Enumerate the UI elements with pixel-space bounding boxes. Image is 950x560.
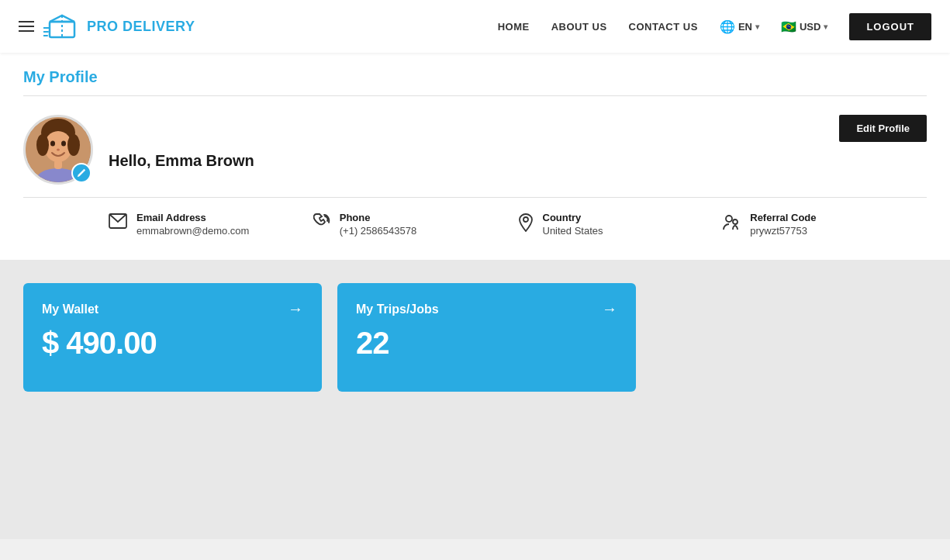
svg-rect-15 [54,160,62,169]
phone-info: Phone (+1) 2586543578 [340,212,416,237]
logo[interactable]: PRO DELIVERY [43,12,195,40]
trips-arrow-icon: → [602,300,617,318]
wallet-card-header: My Wallet → [42,300,303,318]
lang-flag: 🌐 [720,19,735,34]
profile-info-row: Email Address emmabrown@demo.com Phone (… [109,212,927,237]
nav-contact[interactable]: CONTACT US [629,21,698,33]
trips-card-header: My Trips/Jobs → [356,300,617,318]
logout-button[interactable]: LOGOUT [849,13,931,40]
currency-selector[interactable]: 🇧🇷 USD ▾ [781,19,827,34]
info-email: Email Address emmabrown@demo.com [109,212,313,237]
trips-card[interactable]: My Trips/Jobs → 22 [337,283,636,392]
avatar-wrap [23,115,93,185]
gray-section: My Wallet → $ 490.00 My Trips/Jobs → 22 [0,260,950,539]
location-icon [518,213,534,235]
logo-text: PRO DELIVERY [87,19,195,35]
svg-point-10 [67,134,80,156]
profile-top: Hello, Emma Brown Edit Profile [23,115,927,185]
edit-profile-button[interactable]: Edit Profile [839,115,927,142]
info-country: Country United States [518,212,723,237]
info-referral: Referral Code prywzt57753 [722,212,927,237]
trips-card-title: My Trips/Jobs [356,302,439,316]
svg-point-9 [36,134,49,156]
currency-code: USD [800,21,820,33]
country-value: United States [543,225,603,237]
country-label: Country [543,212,603,223]
email-label: Email Address [136,212,249,223]
referral-value: prywzt57753 [750,225,816,237]
lang-chevron-icon: ▾ [755,22,759,31]
country-info: Country United States [543,212,603,237]
main-content: My Profile [0,53,950,539]
referral-label: Referral Code [750,212,816,223]
profile-user: Hello, Emma Brown [23,115,254,185]
nav-about[interactable]: ABOUT US [551,21,607,33]
wallet-arrow-icon: → [288,300,303,318]
header-nav: HOME ABOUT US CONTACT US 🌐 EN ▾ 🇧🇷 USD ▾… [498,13,931,40]
edit-avatar-button[interactable] [71,163,92,183]
phone-value: (+1) 2586543578 [340,225,416,237]
user-greeting: Hello, Emma Brown [109,152,254,170]
referral-icon [722,213,741,235]
phone-label: Phone [340,212,416,223]
nav-home[interactable]: HOME [498,21,530,33]
currency-flag: 🇧🇷 [781,19,796,34]
language-selector[interactable]: 🌐 EN ▾ [720,19,759,34]
trips-card-value: 22 [356,326,617,361]
wallet-card-value: $ 490.00 [42,326,303,361]
cards-row: My Wallet → $ 490.00 My Trips/Jobs → 22 [23,283,927,392]
wallet-card-title: My Wallet [42,302,98,316]
lang-code: EN [738,21,752,33]
header: PRO DELIVERY HOME ABOUT US CONTACT US 🌐 … [0,0,950,53]
svg-point-18 [726,216,732,222]
email-value: emmabrown@demo.com [136,225,249,237]
profile-divider [23,197,927,198]
svg-point-11 [50,141,55,147]
email-icon [109,213,127,232]
profile-card: Hello, Emma Brown Edit Profile Email Add… [0,96,950,260]
svg-point-17 [523,217,528,222]
phone-icon [313,213,330,233]
wallet-card[interactable]: My Wallet → $ 490.00 [23,283,322,392]
hamburger-menu[interactable] [19,21,34,32]
currency-chevron-icon: ▾ [824,22,827,31]
profile-header-section: My Profile [0,53,950,96]
pencil-icon [77,168,86,178]
svg-point-12 [61,141,66,147]
email-info: Email Address emmabrown@demo.com [136,212,249,237]
header-left: PRO DELIVERY [19,12,195,40]
svg-point-13 [57,149,60,151]
info-phone: Phone (+1) 2586543578 [313,212,518,237]
referral-info: Referral Code prywzt57753 [750,212,816,237]
logo-icon [43,12,81,40]
page-title: My Profile [23,68,927,96]
svg-point-19 [733,220,738,224]
